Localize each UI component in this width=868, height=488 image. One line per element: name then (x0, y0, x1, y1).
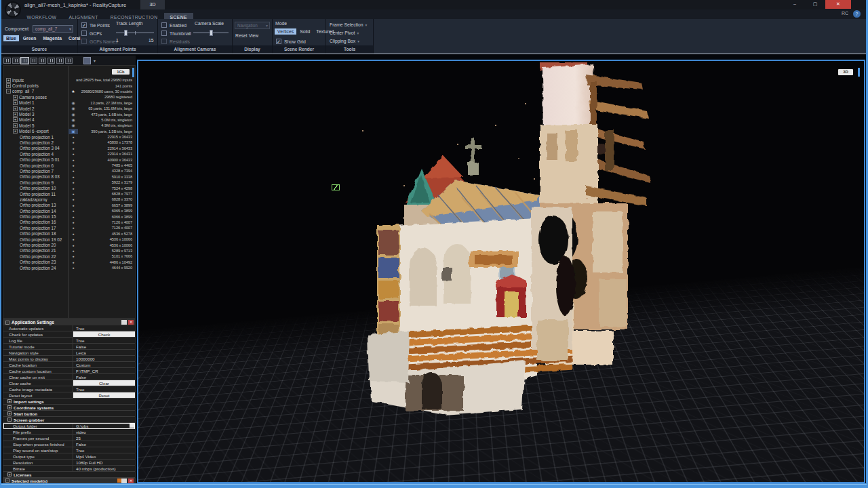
settings-row[interactable]: Bitrate 40 mbps (production) (3, 466, 135, 472)
settings-row[interactable]: Automatic updates True (3, 325, 135, 331)
browse-button[interactable] (130, 424, 134, 428)
reset-view-button[interactable]: Reset View (235, 33, 258, 38)
help-icon[interactable]: ? (853, 10, 861, 18)
tree-row[interactable]: Ortho projection 21 ● 5289 x 9713 (3, 248, 135, 253)
checkbox[interactable]: ✓ Thumbnail (161, 29, 191, 37)
expander-icon[interactable]: + (13, 95, 18, 100)
tool-menu-item[interactable]: Clipping Box▾ (330, 37, 367, 45)
settings-row[interactable]: File prefix video (3, 429, 135, 435)
tree-row[interactable]: + Model 1 ◉ 13 parts, 27.3M tris, large (3, 100, 135, 106)
tree-row[interactable]: Ortho projection 19 02 ● 4536 x 10066 (3, 237, 135, 242)
camera-scale-slider[interactable] (193, 30, 229, 37)
render-mode-button[interactable]: Solid (297, 28, 313, 35)
slider-thumb[interactable] (124, 30, 127, 36)
expander-icon[interactable]: - (6, 89, 11, 94)
expander-icon[interactable]: + (7, 472, 12, 476)
settings-row[interactable]: + Import settings (3, 399, 135, 405)
settings-row[interactable]: Stop when process finished False (3, 441, 135, 447)
settings-row[interactable]: Cache custom location F:\TMP_CR (3, 368, 135, 374)
component-dropdown[interactable]: comp_all_7 ▾ (33, 25, 73, 33)
slider-thumb[interactable] (210, 30, 213, 36)
dock-icon[interactable] (121, 320, 127, 325)
tree-row[interactable]: + Model 4 ◉ 5.0M tris, singleton (3, 117, 135, 123)
tree-row[interactable]: Ortho projection 5 01 ● 40900 x 36433 (3, 157, 135, 162)
3d-viewport[interactable]: 3D (137, 60, 865, 483)
layout-icon-6[interactable] (47, 58, 55, 64)
settings-row[interactable]: Resolution 1080p Full HD (3, 460, 135, 466)
tree-row[interactable]: Ortho projection 3 04 ● 22914 x 36433 (3, 146, 135, 151)
settings-row[interactable]: - Screen grabber (3, 417, 135, 423)
tool-menu-item[interactable]: Center Pivot▾ (330, 29, 367, 37)
layout-icon-5[interactable] (39, 58, 46, 64)
tree-row[interactable]: Ortho projection 8 03 ● 5910 x 3338 (3, 174, 135, 180)
tree-scrollbar[interactable] (132, 68, 134, 77)
minimize-button[interactable]: – (785, 0, 805, 9)
settings-row[interactable]: + Coordinate systems (3, 405, 135, 411)
tree-row[interactable]: zakladzaporny ● 6828 x 3370 (3, 197, 135, 202)
expander-icon[interactable]: + (13, 117, 18, 122)
tool-menu-item[interactable]: Frame Selection▾ (330, 21, 367, 29)
source-color-button[interactable]: Green (20, 35, 39, 41)
checkbox[interactable]: ✓ GCPs (81, 29, 118, 37)
tree-row[interactable]: + Model 6 -export ▣ 390 parts, 1.5B tris… (3, 129, 135, 134)
tree-row[interactable]: Ortho projection 1 ● 22915 x 36433 (3, 134, 135, 140)
tree-row[interactable]: Ortho projection 15 ● 6066 x 3899 (3, 214, 135, 219)
settings-row[interactable]: Check for updates Check (3, 331, 135, 338)
layout-icon-3[interactable] (21, 58, 28, 64)
track-length-slider[interactable] (116, 30, 154, 37)
tree-row[interactable]: Ortho projection 20 ● 4536 x 10066 (3, 242, 135, 247)
expander-icon[interactable]: - (7, 418, 12, 422)
expander-icon[interactable]: + (7, 405, 12, 409)
close-button[interactable]: ✕ (825, 0, 851, 9)
tree-row[interactable]: + Control points 141 points (3, 83, 135, 88)
dock-icon[interactable] (121, 479, 127, 483)
tree-row[interactable]: Ortho projection 16 ● 7126 x 4007 (3, 220, 135, 225)
settings-row[interactable]: Navigation style Leica (3, 350, 135, 356)
expander-icon[interactable]: + (7, 399, 12, 403)
view-tab-3d[interactable]: 3D (140, 0, 165, 9)
expander-icon[interactable]: + (13, 123, 18, 128)
tree-row[interactable]: + Camera poses 29680 registered (3, 94, 135, 100)
collapse-icon[interactable]: − (5, 479, 9, 483)
source-color-button[interactable]: Blue (3, 35, 19, 41)
checkbox[interactable]: ✓ GCPs Names (81, 37, 118, 45)
tree-row[interactable]: Ortho projection 14 ● 6065 x 3899 (3, 208, 135, 214)
tree-row[interactable]: Ortho projection 11 ● 6828 x 7977 (3, 191, 135, 197)
source-color-button[interactable]: Magenta (40, 35, 64, 41)
layout-icon-4[interactable] (30, 58, 37, 64)
tree-row[interactable]: Ortho projection 6 ● 7485 x 4465 (3, 163, 135, 168)
layout-icon-7[interactable] (56, 58, 64, 64)
settings-row[interactable]: + Licenses (3, 472, 135, 478)
close-panel-icon[interactable]: ✕ (128, 479, 134, 483)
settings-row[interactable]: Output folder G:\obs (3, 423, 135, 429)
show-grid-checkbox[interactable]: ✓ Show Grid (276, 37, 306, 45)
tree-row[interactable]: Ortho projection 23 ● 4486 x 10492 (3, 260, 135, 265)
expander-icon[interactable]: + (13, 100, 18, 105)
display-mode-dropdown[interactable]: Navigation ▾ (235, 22, 270, 29)
settings-row[interactable]: Tutorial mode False (3, 344, 135, 350)
settings-row[interactable]: Max points to display 10000000 (3, 356, 135, 362)
layout-icon-2[interactable] (12, 58, 20, 64)
viewport-scrollbar[interactable] (858, 68, 860, 77)
checkbox[interactable]: ✓ Tie Points (81, 21, 118, 29)
checkbox[interactable]: ✓ Enabled (161, 21, 191, 29)
tree-row[interactable]: + Inputs and 28975 free, total 29680 inp… (3, 77, 135, 83)
expander-icon[interactable]: + (13, 129, 18, 134)
close-panel-icon[interactable]: ✕ (128, 320, 134, 325)
layout-icon-8[interactable] (65, 58, 73, 64)
tree-row[interactable]: Ortho projection 17 ● 7126 x 4007 (3, 225, 135, 230)
settings-row[interactable]: + Start button (3, 411, 135, 417)
collapse-icon[interactable]: − (5, 321, 9, 325)
settings-row[interactable]: Clear cache on exit False (3, 374, 135, 380)
settings-row[interactable]: Frames per second 25 (3, 435, 135, 441)
tree-row[interactable]: + Model 2 ◉ 65 parts, 131.6M tris, large (3, 106, 135, 111)
tree-row[interactable]: Ortho projection 24 ● 4644 x 9920 (3, 265, 135, 270)
settings-row[interactable]: Cache location Custom (3, 362, 135, 368)
tree-row[interactable]: Ortho projection 4 ● 22914 x 36431 (3, 151, 135, 157)
tree-row[interactable]: Ortho projection 10 ● 7524 x 4298 (3, 185, 135, 190)
tree-row[interactable]: Ortho projection 18 ● 4536 x 5278 (3, 231, 135, 237)
tree-row[interactable]: + Model 5 ◉ 4.9M tris, singleton (3, 123, 135, 128)
expander-icon[interactable]: + (7, 411, 12, 415)
tree-row[interactable]: Ortho projection 22 ● 5101 x 7666 (3, 253, 135, 259)
settings-row[interactable]: Reset layout Reset (3, 392, 135, 399)
